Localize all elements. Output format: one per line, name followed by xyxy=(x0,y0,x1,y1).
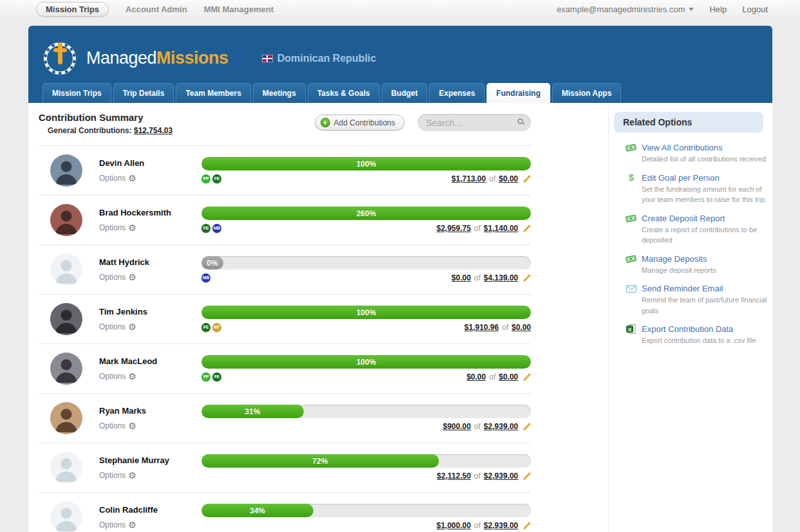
progress-bar: 34% xyxy=(201,504,531,517)
edit-pencil-icon[interactable] xyxy=(523,472,531,481)
avatar[interactable] xyxy=(50,452,82,484)
tab-budget[interactable]: Budget xyxy=(382,83,427,103)
goal-amount-link[interactable]: $4,139.00 xyxy=(484,273,518,282)
contributor-badge[interactable]: MB xyxy=(201,273,210,282)
excel-icon: X xyxy=(626,324,637,334)
raised-amount-link[interactable]: $1,713.00 xyxy=(452,174,486,183)
related-option-link[interactable]: Send Reminder Email xyxy=(642,284,723,293)
options-button[interactable]: Options ⚙ xyxy=(99,520,201,529)
tab-fundraising[interactable]: Fundraising xyxy=(487,83,550,103)
progress-details: FEMT $1,910.96 of $0.00 xyxy=(201,322,531,333)
options-button[interactable]: Options ⚙ xyxy=(99,322,201,331)
edit-pencil-icon[interactable] xyxy=(523,423,531,431)
avatar[interactable] xyxy=(50,501,82,532)
sidebar-title: Related Options xyxy=(614,112,763,133)
progress-fill: 31% xyxy=(201,405,304,418)
top-bar: Mission Trips Account Admin MMI Manageme… xyxy=(0,0,800,18)
options-button[interactable]: Options ⚙ xyxy=(99,174,201,183)
trip-name: Dominican Republic xyxy=(277,53,377,64)
edit-pencil-icon[interactable] xyxy=(523,373,531,381)
contributor-badges: PPFE xyxy=(201,372,221,381)
tab-trip-details[interactable]: Trip Details xyxy=(113,83,174,103)
options-button[interactable]: Options ⚙ xyxy=(99,273,201,282)
edit-pencil-icon[interactable] xyxy=(523,522,531,530)
options-button[interactable]: Options ⚙ xyxy=(99,471,201,480)
contributor-badges: PPFE xyxy=(201,174,221,183)
contributor-badge[interactable]: FE xyxy=(201,323,210,332)
contributor-badge[interactable]: FE xyxy=(212,174,221,183)
raised-amount-link[interactable]: $1,000.00 xyxy=(436,521,470,530)
raised-amount-link[interactable]: $1,910.96 xyxy=(465,323,499,332)
goal-amount-link[interactable]: $2,939.00 xyxy=(484,422,518,431)
options-button[interactable]: Options ⚙ xyxy=(99,421,201,430)
search-input[interactable] xyxy=(418,114,531,131)
goal-amount-link[interactable]: $0.00 xyxy=(499,174,518,183)
edit-pencil-icon[interactable] xyxy=(523,225,531,233)
edit-pencil-icon[interactable] xyxy=(523,175,531,183)
related-option-link[interactable]: Manage Deposits xyxy=(642,254,707,264)
add-contributions-button[interactable]: + Add Contributions xyxy=(315,115,405,131)
help-link[interactable]: Help xyxy=(709,5,727,14)
avatar[interactable] xyxy=(50,402,82,434)
progress-details: FEMB $2,959.75 of $1,140.00 xyxy=(201,223,531,234)
contributor-badge[interactable]: PP xyxy=(201,372,210,381)
raised-amount-link[interactable]: $0.00 xyxy=(467,372,486,381)
goal-amount-link[interactable]: $2,939.00 xyxy=(484,521,518,530)
goal-amount-link[interactable]: $0.00 xyxy=(512,323,531,332)
tab-mission-apps[interactable]: Mission Apps xyxy=(552,83,622,103)
edit-pencil-icon[interactable] xyxy=(523,274,531,282)
goal-amount-link[interactable]: $1,140.00 xyxy=(484,224,518,233)
related-option-link[interactable]: Create Deposit Report xyxy=(642,214,725,223)
contributor-badge[interactable]: MT xyxy=(212,323,221,332)
contributor-badge[interactable]: FE xyxy=(201,224,210,233)
avatar[interactable] xyxy=(50,204,82,236)
tab-tasks-goals[interactable]: Tasks & Goals xyxy=(308,83,380,103)
goal-amount-link[interactable]: $2,939.00 xyxy=(484,472,518,481)
tab-expenses[interactable]: Expenses xyxy=(429,83,485,103)
envelope-icon xyxy=(626,284,637,293)
goal-amount-link[interactable]: $0.00 xyxy=(499,372,518,381)
account-menu[interactable]: example@managedministries.com xyxy=(557,5,694,14)
top-nav-mission-trips[interactable]: Mission Trips xyxy=(36,2,109,17)
options-button[interactable]: Options ⚙ xyxy=(99,223,201,232)
svg-text:X: X xyxy=(628,327,632,333)
options-button[interactable]: Options ⚙ xyxy=(99,372,201,381)
contributor-badge[interactable]: FE xyxy=(212,372,221,381)
tab-mission-trips[interactable]: Mission Trips xyxy=(42,83,111,103)
gear-icon: ⚙ xyxy=(128,421,136,430)
progress-details: PPFE $0.00 of $0.00 xyxy=(201,372,531,382)
raised-amount-link[interactable]: $900.00 xyxy=(443,422,470,431)
avatar[interactable] xyxy=(50,253,82,286)
main-column: Contribution Summary General Contributio… xyxy=(28,103,608,532)
raised-amount-link[interactable]: $0.00 xyxy=(452,273,471,282)
related-option-description: Manage deposit reports xyxy=(642,265,767,276)
tab-team-members[interactable]: Team Members xyxy=(176,83,250,103)
general-contributions-total-link[interactable]: $12,754.03 xyxy=(134,126,172,135)
tab-meetings[interactable]: Meetings xyxy=(253,83,306,103)
person-info: Ryan Marks Options ⚙ xyxy=(82,406,201,430)
progress-column: 260% FEMB $2,959.75 of $1,140.00 xyxy=(201,206,531,234)
related-option-item: Send Reminder Email Remind the team of p… xyxy=(626,284,763,316)
raised-amount-link[interactable]: $2,959.75 xyxy=(436,224,470,233)
progress-percent-label: 260% xyxy=(357,209,377,218)
contribution-row: Ryan Marks Options ⚙ 31% $900.00 of $2,9… xyxy=(39,394,531,443)
progress-percent-label: 72% xyxy=(312,457,328,466)
trip-title: Dominican Republic xyxy=(262,53,377,64)
avatar[interactable] xyxy=(50,154,82,187)
related-option-link[interactable]: View All Contributions xyxy=(642,143,723,152)
account-email: example@managedministries.com xyxy=(557,5,685,14)
search-icon[interactable] xyxy=(517,118,523,124)
progress-column: 100% FEMT $1,910.96 of $0.00 xyxy=(201,306,531,333)
amounts: $1,713.00 of $0.00 xyxy=(452,174,531,183)
related-option-link[interactable]: Export Contribution Data xyxy=(642,324,733,334)
avatar[interactable] xyxy=(50,303,82,335)
related-option-link[interactable]: Edit Goal per Person xyxy=(642,173,720,183)
contributor-badge[interactable]: MB xyxy=(212,224,221,233)
tab-bar: Mission TripsTrip DetailsTeam MembersMee… xyxy=(42,83,621,103)
logout-link[interactable]: Logout xyxy=(742,5,768,14)
avatar[interactable] xyxy=(50,353,82,385)
top-nav-mmi-management[interactable]: MMI Management xyxy=(204,5,274,14)
top-nav-account-admin[interactable]: Account Admin xyxy=(126,5,187,14)
contributor-badge[interactable]: PP xyxy=(201,174,210,183)
raised-amount-link[interactable]: $2,112.50 xyxy=(437,472,471,481)
